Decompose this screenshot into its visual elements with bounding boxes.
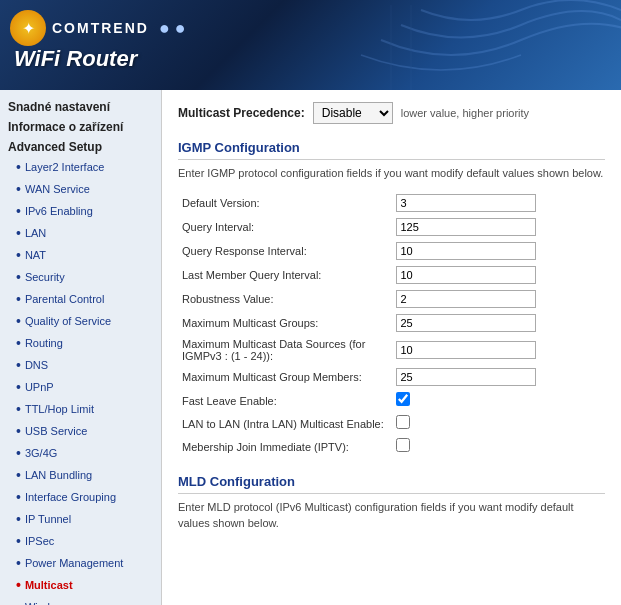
default-version-input[interactable] [396, 194, 536, 212]
sidebar-item-multicast[interactable]: Multicast [0, 574, 161, 596]
max-sources-input[interactable] [396, 341, 536, 359]
sidebar-section-snadne[interactable]: Snadné nastavení [0, 96, 161, 116]
table-row: Fast Leave Enable: [178, 389, 605, 412]
sidebar-item-qos[interactable]: Quality of Service [0, 310, 161, 332]
main-layout: Snadné nastavení Informace o zařízení Ad… [0, 90, 621, 605]
main-content: Multicast Precedence: Disable 012 345 67… [162, 90, 621, 605]
sidebar-item-3g4g[interactable]: 3G/4G [0, 442, 161, 464]
sidebar-section-info[interactable]: Informace o zařízení [0, 116, 161, 136]
last-member-input[interactable] [396, 266, 536, 284]
sidebar-item-power[interactable]: Power Management [0, 552, 161, 574]
sidebar-item-ipv6[interactable]: IPv6 Enabling [0, 200, 161, 222]
field-label-last-member: Last Member Query Interval: [178, 263, 392, 287]
sidebar-item-lan[interactable]: LAN [0, 222, 161, 244]
sidebar-item-lan-bundling[interactable]: LAN Bundling [0, 464, 161, 486]
sidebar-item-ip-tunnel[interactable]: IP Tunnel [0, 508, 161, 530]
sidebar-item-upnp[interactable]: UPnP [0, 376, 161, 398]
sidebar-item-dns[interactable]: DNS [0, 354, 161, 376]
field-label-fast-leave: Fast Leave Enable: [178, 389, 392, 412]
brand-name: COMTREND [52, 20, 149, 36]
field-value-query-response [392, 239, 606, 263]
table-row: Maximum Multicast Data Sources (for IGMP… [178, 335, 605, 365]
igmp-section-title: IGMP Configuration [178, 140, 605, 160]
field-label-query-interval: Query Interval: [178, 215, 392, 239]
field-label-max-members: Maximum Multicast Group Members: [178, 365, 392, 389]
header-decoration [221, 0, 621, 90]
igmp-section-desc: Enter IGMP protocol configuration fields… [178, 166, 605, 181]
query-interval-input[interactable] [396, 218, 536, 236]
igmp-config-table: Default Version: Query Interval: Query R… [178, 191, 605, 458]
field-label-robustness: Robustness Value: [178, 287, 392, 311]
sidebar: Snadné nastavení Informace o zařízení Ad… [0, 90, 162, 605]
multicast-precedence-label: Multicast Precedence: [178, 106, 305, 120]
mld-section: MLD Configuration Enter MLD protocol (IP… [178, 474, 605, 531]
table-row: Last Member Query Interval: [178, 263, 605, 287]
sidebar-item-routing[interactable]: Routing [0, 332, 161, 354]
sidebar-item-security[interactable]: Security [0, 266, 161, 288]
field-value-robustness [392, 287, 606, 311]
field-label-query-response: Query Response Interval: [178, 239, 392, 263]
sidebar-item-ipsec[interactable]: IPSec [0, 530, 161, 552]
field-value-query-interval [392, 215, 606, 239]
fast-leave-checkbox[interactable] [396, 392, 410, 406]
field-value-default-version [392, 191, 606, 215]
multicast-precedence-hint: lower value, higher priority [401, 107, 529, 119]
mld-section-desc: Enter MLD protocol (IPv6 Multicast) conf… [178, 500, 605, 531]
sidebar-item-nat[interactable]: NAT [0, 244, 161, 266]
table-row: Maximum Multicast Group Members: [178, 365, 605, 389]
field-value-lan-to-lan [392, 412, 606, 435]
field-value-fast-leave [392, 389, 606, 412]
sidebar-item-wireless[interactable]: Wireless [0, 596, 161, 605]
lan-to-lan-checkbox[interactable] [396, 415, 410, 429]
field-label-default-version: Default Version: [178, 191, 392, 215]
sidebar-section-advanced: Advanced Setup [0, 136, 161, 156]
table-row: Default Version: [178, 191, 605, 215]
mld-section-title: MLD Configuration [178, 474, 605, 494]
field-value-membership-join [392, 435, 606, 458]
table-row: Query Response Interval: [178, 239, 605, 263]
logo-icon: ✦ [10, 10, 46, 46]
brand-dots: ● ● [159, 18, 186, 39]
sidebar-item-usb[interactable]: USB Service [0, 420, 161, 442]
field-label-max-sources: Maximum Multicast Data Sources (for IGMP… [178, 335, 392, 365]
sidebar-item-parental[interactable]: Parental Control [0, 288, 161, 310]
table-row: Robustness Value: [178, 287, 605, 311]
table-row: Maximum Multicast Groups: [178, 311, 605, 335]
max-members-input[interactable] [396, 368, 536, 386]
sidebar-item-ttl[interactable]: TTL/Hop Limit [0, 398, 161, 420]
field-value-max-groups [392, 311, 606, 335]
field-label-membership-join: Mebership Join Immediate (IPTV): [178, 435, 392, 458]
membership-join-checkbox[interactable] [396, 438, 410, 452]
sidebar-item-interface-grouping[interactable]: Interface Grouping [0, 486, 161, 508]
table-row: LAN to LAN (Intra LAN) Multicast Enable: [178, 412, 605, 435]
field-label-max-groups: Maximum Multicast Groups: [178, 311, 392, 335]
field-value-max-sources [392, 335, 606, 365]
field-value-max-members [392, 365, 606, 389]
multicast-precedence-row: Multicast Precedence: Disable 012 345 67… [178, 102, 605, 124]
sidebar-item-layer2[interactable]: Layer2 Interface [0, 156, 161, 178]
query-response-input[interactable] [396, 242, 536, 260]
logo-area: ✦ COMTREND ● ● [10, 10, 186, 46]
robustness-input[interactable] [396, 290, 536, 308]
field-label-lan-to-lan: LAN to LAN (Intra LAN) Multicast Enable: [178, 412, 392, 435]
multicast-precedence-select[interactable]: Disable 012 345 67 [313, 102, 393, 124]
header: ✦ COMTREND ● ● WiFi Router [0, 0, 621, 90]
table-row: Query Interval: [178, 215, 605, 239]
field-value-last-member [392, 263, 606, 287]
sidebar-item-wan[interactable]: WAN Service [0, 178, 161, 200]
table-row: Mebership Join Immediate (IPTV): [178, 435, 605, 458]
max-groups-input[interactable] [396, 314, 536, 332]
brand-subtitle: WiFi Router [14, 46, 137, 72]
